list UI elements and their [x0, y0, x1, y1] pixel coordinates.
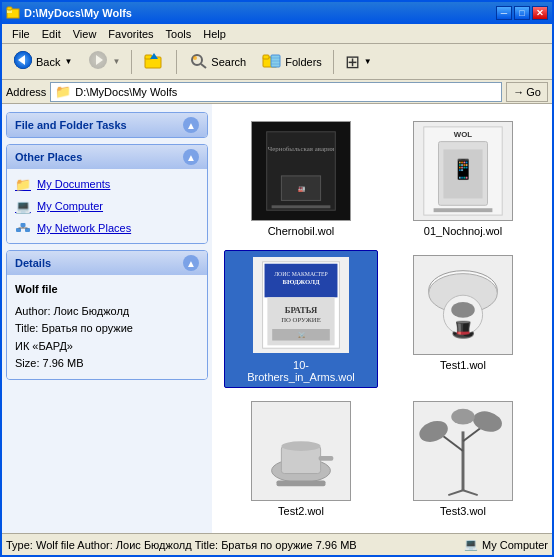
back-button[interactable]: Back ▼	[6, 47, 79, 77]
svg-text:WOL: WOL	[454, 130, 472, 139]
menu-file[interactable]: File	[6, 26, 36, 42]
address-folder-icon: 📁	[55, 84, 71, 99]
address-path: D:\MyDocs\My Wolfs	[75, 86, 177, 98]
list-item[interactable]: Test2.wol	[224, 396, 378, 522]
svg-rect-15	[263, 55, 269, 59]
go-arrow-icon: →	[513, 86, 524, 98]
statusbar: Type: Wolf file Author: Лоис Бюджолд Tit…	[2, 533, 552, 555]
up-button[interactable]	[136, 47, 172, 77]
menu-help[interactable]: Help	[197, 26, 232, 42]
file-thumbnail: 🎩	[413, 255, 513, 355]
svg-point-53	[451, 302, 475, 318]
search-button[interactable]: Search	[181, 47, 253, 77]
details-publisher: ИК «БАРД»	[15, 338, 199, 356]
my-network-icon	[15, 220, 31, 236]
computer-label: My Computer	[482, 539, 548, 551]
svg-text:📱: 📱	[451, 157, 476, 181]
my-documents-icon: 📁	[15, 176, 31, 192]
list-item[interactable]: ЛОИС МАКМАСТЕР БЮДЖОЛД БРАТЬЯ ПО ОРУЖИЕ …	[224, 250, 378, 388]
details-filename: Wolf file	[15, 281, 199, 299]
my-documents-label: My Documents	[37, 178, 110, 190]
svg-point-67	[451, 409, 475, 425]
svg-rect-20	[16, 228, 21, 232]
folders-button[interactable]: Folders	[255, 47, 329, 77]
my-computer-link[interactable]: 💻 My Computer	[15, 197, 199, 215]
window-title: D:\MyDocs\My Wolfs	[24, 7, 496, 19]
svg-point-11	[192, 55, 202, 65]
file-name: Test3.wol	[440, 505, 486, 517]
close-button[interactable]: ✕	[532, 6, 548, 20]
other-places-header[interactable]: Other Places ▲	[7, 145, 207, 169]
menubar: File Edit View Favorites Tools Help	[2, 24, 552, 44]
main-area: File and Folder Tasks ▲ Other Places ▲ 📁…	[2, 104, 552, 533]
svg-point-58	[281, 441, 320, 451]
svg-text:БЮДЖОЛД: БЮДЖОЛД	[282, 278, 319, 285]
file-view: Чернобыльская авария 🏭 Chernobil.wol	[212, 104, 552, 533]
file-name: Test2.wol	[278, 505, 324, 517]
other-places-label: Other Places	[15, 151, 82, 163]
other-places-body: 📁 My Documents 💻 My Computer	[7, 169, 207, 243]
my-computer-label: My Computer	[37, 200, 103, 212]
file-thumbnail	[413, 401, 513, 501]
toolbar-separator-3	[333, 50, 334, 74]
menu-edit[interactable]: Edit	[36, 26, 67, 42]
list-item[interactable]: Test3.wol	[386, 396, 540, 522]
forward-arrow-icon: ▼	[112, 57, 120, 66]
main-window: D:\MyDocs\My Wolfs ─ □ ✕ File Edit View …	[0, 0, 554, 557]
search-label: Search	[211, 56, 246, 68]
address-input[interactable]: 📁 D:\MyDocs\My Wolfs	[50, 82, 502, 102]
svg-rect-2	[7, 7, 12, 10]
file-folder-tasks-header[interactable]: File and Folder Tasks ▲	[7, 113, 207, 137]
titlebar: D:\MyDocs\My Wolfs ─ □ ✕	[2, 2, 552, 24]
list-item[interactable]: Чернобыльская авария 🏭 Chernobil.wol	[224, 116, 378, 242]
window-controls: ─ □ ✕	[496, 6, 548, 20]
go-label: Go	[526, 86, 541, 98]
back-label: Back	[36, 56, 60, 68]
file-folder-tasks-label: File and Folder Tasks	[15, 119, 127, 131]
svg-rect-59	[319, 456, 334, 461]
svg-rect-22	[21, 223, 26, 227]
my-computer-icon: 💻	[15, 198, 31, 214]
toolbar-separator-1	[131, 50, 132, 74]
svg-text:БРАТЬЯ: БРАТЬЯ	[285, 305, 318, 315]
search-icon	[188, 51, 208, 73]
forward-icon	[88, 51, 108, 73]
my-documents-link[interactable]: 📁 My Documents	[15, 175, 199, 193]
folders-icon	[262, 51, 282, 73]
view-arrow-icon: ▼	[364, 57, 372, 66]
file-name: 01_Nochnoj.wol	[424, 225, 502, 237]
minimize-button[interactable]: ─	[496, 6, 512, 20]
toolbar-separator-2	[176, 50, 177, 74]
window-icon	[6, 6, 20, 20]
svg-point-13	[193, 56, 197, 60]
menu-view[interactable]: View	[67, 26, 103, 42]
file-name: 10-Brothers_in_Arms.wol	[241, 359, 361, 383]
svg-text:ЛОИС МАКМАСТЕР: ЛОИС МАКМАСТЕР	[274, 271, 328, 277]
my-network-link[interactable]: My Network Places	[15, 219, 199, 237]
go-button[interactable]: → Go	[506, 82, 548, 102]
view-button[interactable]: ⊞ ▼	[338, 47, 379, 77]
details-size: Size: 7.96 MB	[15, 355, 199, 373]
file-name: Chernobil.wol	[268, 225, 335, 237]
file-thumbnail: ЛОИС МАКМАСТЕР БЮДЖОЛД БРАТЬЯ ПО ОРУЖИЕ …	[251, 255, 351, 355]
list-item[interactable]: WOL 📱 01_Nochnoj.wol	[386, 116, 540, 242]
view-icon: ⊞	[345, 51, 360, 73]
svg-text:🎩: 🎩	[451, 317, 476, 341]
my-network-label: My Network Places	[37, 222, 131, 234]
list-item[interactable]: 🎩 Test1.wol	[386, 250, 540, 388]
svg-rect-60	[277, 480, 326, 486]
details-header[interactable]: Details ▲	[7, 251, 207, 275]
menu-tools[interactable]: Tools	[160, 26, 198, 42]
up-folder-icon	[143, 51, 165, 73]
svg-text:ПО ОРУЖИЕ: ПО ОРУЖИЕ	[281, 316, 321, 323]
forward-button[interactable]: ▼	[81, 47, 127, 77]
other-places-collapse-icon[interactable]: ▲	[183, 149, 199, 165]
menu-favorites[interactable]: Favorites	[102, 26, 159, 42]
computer-icon: 💻	[464, 538, 478, 551]
other-places-section: Other Places ▲ 📁 My Documents 💻 My Compu…	[6, 144, 208, 244]
back-arrow-icon: ▼	[64, 57, 72, 66]
status-text: Type: Wolf file Author: Лоис Бюджолд Tit…	[6, 539, 460, 551]
details-collapse-icon[interactable]: ▲	[183, 255, 199, 271]
file-folder-tasks-collapse-icon[interactable]: ▲	[183, 117, 199, 133]
maximize-button[interactable]: □	[514, 6, 530, 20]
